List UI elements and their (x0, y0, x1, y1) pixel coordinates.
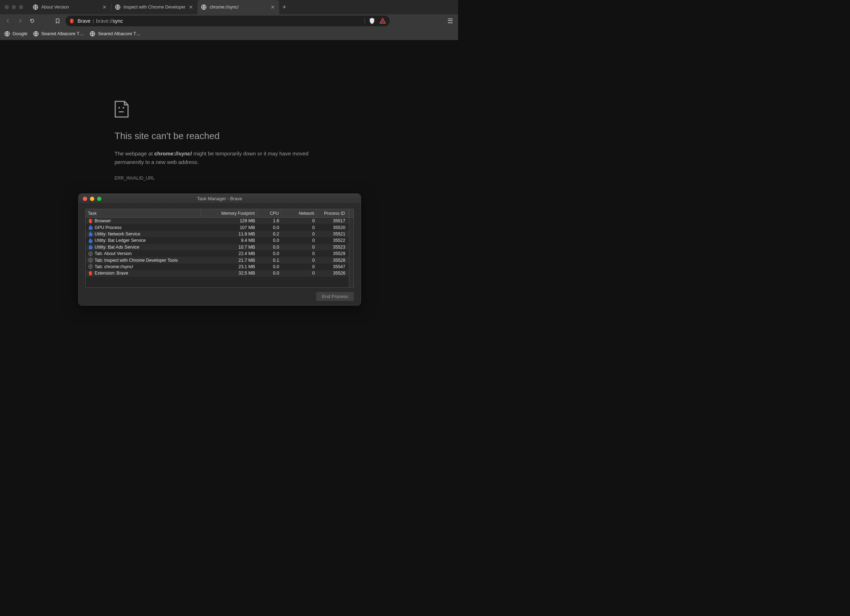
end-process-button[interactable]: End Process (316, 292, 354, 301)
cell-pid: 35517 (317, 218, 349, 223)
svg-rect-6 (118, 107, 120, 109)
brave-lion-icon (69, 18, 75, 24)
brave-rewards-icon[interactable] (379, 18, 386, 24)
table-rows: Browser129 MB1.6035517GPU Process107 MB0… (86, 218, 353, 287)
bookmark-page-button[interactable] (53, 17, 62, 25)
main-menu-button[interactable]: ☰ (446, 17, 455, 25)
brave-shields-icon[interactable] (368, 18, 376, 24)
tab-strip: About Version ✕ Inspect with Chrome Deve… (29, 0, 289, 14)
close-tab-icon[interactable]: ✕ (188, 4, 194, 10)
table-row[interactable]: Tab: chrome://sync/23.1 MB0.0035547 (86, 263, 349, 270)
cell-cpu: 0.0 (257, 245, 281, 250)
new-tab-button[interactable]: + (279, 0, 289, 14)
table-row[interactable]: Tab: Inspect with Chrome Developer Tools… (86, 257, 349, 263)
table-row[interactable]: Utility: Bat Ledger Service9.4 MB0.00355… (86, 237, 349, 244)
bookmarks-bar: Google Seared Albacore T… Seared Albacor… (0, 27, 458, 40)
table-row[interactable]: Tab: About Version22.4 MB0.0035529 (86, 250, 349, 257)
scrollbar[interactable] (349, 218, 353, 287)
table-row[interactable]: Utility: Network Service11.9 MB0.2035521 (86, 231, 349, 237)
error-code: ERR_INVALID_URL (115, 176, 331, 181)
cell-task: Utility: Network Service (86, 231, 201, 236)
cell-network: 0 (281, 264, 317, 269)
task-manager-footer: End Process (85, 288, 354, 301)
cell-task: Utility: Bat Ads Service (86, 244, 201, 250)
reload-button[interactable] (28, 17, 36, 25)
column-network[interactable]: Network (281, 209, 317, 217)
globe-icon (33, 4, 38, 10)
maximize-window-icon[interactable] (19, 5, 23, 9)
scrollbar-gutter (349, 209, 353, 217)
svg-rect-8 (119, 111, 124, 112)
table-row[interactable]: Utility: Bat Ads Service10.7 MB0.0035523 (86, 244, 349, 250)
cell-network: 0 (281, 232, 317, 236)
cell-network: 0 (281, 251, 317, 256)
close-window-icon[interactable] (4, 5, 9, 9)
bookmark-label: Seared Albacore T… (41, 31, 84, 36)
window-titlebar: About Version ✕ Inspect with Chrome Deve… (0, 0, 458, 14)
column-process-id[interactable]: Process ID (317, 209, 349, 217)
tab-chrome-sync[interactable]: chrome://sync/ ✕ (198, 0, 279, 14)
task-name: GPU Process (94, 225, 122, 230)
column-task[interactable]: Task (86, 209, 201, 217)
cell-task: Browser (86, 218, 201, 224)
cell-task: Utility: Bat Ledger Service (86, 238, 201, 243)
globe-icon (33, 31, 39, 37)
task-name: Tab: chrome://sync/ (94, 264, 133, 269)
brave-icon (88, 218, 93, 224)
table-row[interactable]: GPU Process107 MB0.0035520 (86, 224, 349, 230)
task-name: Extension: Brave (94, 271, 129, 276)
task-manager-window[interactable]: Task Manager - Brave Task Memory Footpri… (78, 193, 361, 305)
cell-network: 0 (281, 258, 317, 263)
cell-task: Tab: About Version (86, 251, 201, 256)
cell-task: Tab: chrome://sync/ (86, 264, 201, 269)
cell-network: 0 (281, 218, 317, 223)
cell-task: Tab: Inspect with Chrome Developer Tools (86, 257, 201, 263)
cell-task: GPU Process (86, 225, 201, 230)
puzzle-icon (88, 238, 93, 243)
task-manager-titlebar[interactable]: Task Manager - Brave (79, 194, 361, 204)
tab-inspect-devtools[interactable]: Inspect with Chrome Developer ✕ (111, 0, 198, 14)
bookmark-seared-albacore-1[interactable]: Seared Albacore T… (33, 31, 84, 37)
address-bar[interactable]: Brave | brave://sync (66, 16, 390, 26)
cell-memory: 9.4 MB (201, 238, 257, 243)
minimize-window-icon[interactable] (12, 5, 16, 9)
cell-memory: 32.5 MB (201, 271, 257, 276)
minimize-window-icon[interactable] (90, 197, 94, 201)
maximize-window-icon[interactable] (97, 197, 101, 201)
cell-cpu: 0.0 (257, 225, 281, 230)
column-memory[interactable]: Memory Footprint (201, 209, 257, 217)
cell-network: 0 (281, 271, 317, 276)
cell-task: Extension: Brave (86, 271, 201, 276)
table-row[interactable]: Extension: Brave32.5 MB0.0035526 (86, 270, 349, 277)
page-content: This site can't be reached The webpage a… (0, 40, 458, 332)
table-row[interactable]: Browser129 MB1.6035517 (86, 218, 349, 224)
tab-title: About Version (41, 4, 99, 10)
cell-cpu: 0.0 (257, 264, 281, 269)
close-tab-icon[interactable]: ✕ (102, 4, 108, 10)
back-button[interactable] (3, 17, 12, 25)
bookmark-google[interactable]: Google (4, 31, 27, 37)
task-manager-title: Task Manager - Brave (79, 196, 361, 201)
omnibox-url: brave://sync (96, 18, 123, 24)
column-cpu[interactable]: CPU (257, 209, 281, 217)
bookmark-seared-albacore-2[interactable]: Seared Albacore T… (90, 31, 141, 37)
task-name: Utility: Network Service (94, 232, 141, 236)
tab-about-version[interactable]: About Version ✕ (29, 0, 111, 14)
cell-cpu: 0.0 (257, 271, 281, 276)
globe-icon (201, 4, 207, 10)
close-window-icon[interactable] (83, 197, 87, 201)
puzzle-icon (88, 244, 93, 250)
bookmark-label: Seared Albacore T… (98, 31, 141, 36)
task-manager-body: Task Memory Footprint CPU Network Proces… (79, 204, 361, 305)
forward-button[interactable] (16, 17, 24, 25)
cell-cpu: 1.6 (257, 218, 281, 223)
table-header-row: Task Memory Footprint CPU Network Proces… (86, 209, 353, 218)
cell-memory: 129 MB (201, 218, 257, 223)
globe-icon (4, 31, 10, 37)
cell-pid: 35523 (317, 245, 349, 250)
cell-cpu: 0.0 (257, 251, 281, 256)
omnibox-host: Brave (78, 18, 91, 24)
bookmark-label: Google (12, 31, 27, 36)
cell-memory: 21.7 MB (201, 258, 257, 263)
close-tab-icon[interactable]: ✕ (270, 4, 275, 10)
